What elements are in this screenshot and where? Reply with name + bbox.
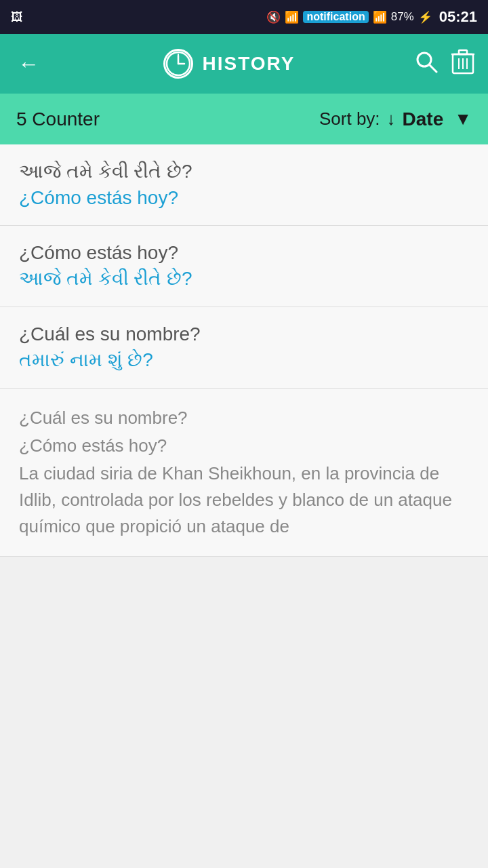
item-secondary-text: આજે તમે કેવી રીતે છે? [19, 268, 469, 290]
app-bar: ← HISTORY [0, 34, 488, 94]
item-multi-lines: ¿Cuál es su nombre? ¿Cómo estás hoy? La … [19, 405, 469, 540]
item-line-2: ¿Cómo estás hoy? [19, 433, 469, 459]
item-line-1: ¿Cuál es su nombre? [19, 405, 469, 431]
svg-point-0 [167, 52, 190, 75]
app-bar-actions [415, 49, 474, 79]
list-item[interactable]: આજે તમે કેવી રીતે છે? ¿Cómo estás hoy? [0, 144, 488, 226]
item-secondary-text: તમારું નામ શું છે? [19, 349, 469, 372]
sort-by-text: Sort by: [319, 108, 380, 130]
wifi-icon: 📶 [285, 10, 299, 24]
app-bar-title: HISTORY [203, 53, 296, 75]
clock-svg [165, 51, 191, 77]
svg-line-4 [430, 65, 436, 72]
photo-icon: 🖼 [11, 10, 23, 24]
svg-rect-7 [459, 50, 467, 54]
status-time: 05:21 [439, 8, 477, 26]
title-group: HISTORY [54, 49, 404, 79]
search-button[interactable] [415, 50, 438, 78]
history-list: આજે તમે કેવી રીતે છે? ¿Cómo estás hoy? ¿… [0, 144, 488, 557]
notification-badge: notification [303, 11, 368, 23]
item-line-3: La ciudad siria de Khan Sheikhoun, en la… [19, 460, 469, 540]
battery-label: 87% [391, 10, 414, 24]
filter-bar: 5 Counter Sort by: ↓ Date ▼ [0, 94, 488, 144]
sort-control[interactable]: Sort by: ↓ Date ▼ [319, 108, 472, 130]
back-button[interactable]: ← [14, 52, 43, 77]
search-icon [415, 50, 438, 73]
counter-label: 5 Counter [16, 108, 319, 130]
list-item[interactable]: ¿Cuál es su nombre? તમારું નામ શું છે? [0, 307, 488, 389]
trash-icon [451, 49, 474, 75]
delete-button[interactable] [451, 49, 474, 79]
status-bar-left: 🖼 [11, 10, 261, 24]
status-bar: 🖼 🔇 📶 notification 📶 87% ⚡ 05:21 [0, 0, 488, 34]
list-item[interactable]: ¿Cuál es su nombre? ¿Cómo estás hoy? La … [0, 389, 488, 557]
signal-icon: 📶 [373, 10, 387, 24]
battery-icon: ⚡ [418, 10, 432, 24]
list-item[interactable]: ¿Cómo estás hoy? આજે તમે કેવી રીતે છે? [0, 226, 488, 307]
status-right: 🔇 📶 notification 📶 87% ⚡ 05:21 [266, 8, 477, 26]
item-primary-text: આજે તમે કેવી રીતે છે? [19, 161, 469, 183]
item-primary-text: ¿Cuál es su nombre? [19, 323, 469, 345]
vibrate-icon: 🔇 [266, 10, 281, 24]
item-secondary-text: ¿Cómo estás hoy? [19, 187, 469, 209]
sort-field-label: Date [403, 108, 444, 130]
clock-icon [163, 49, 193, 79]
sort-direction-icon: ↓ [387, 108, 396, 130]
dropdown-arrow-icon[interactable]: ▼ [454, 108, 472, 130]
item-primary-text: ¿Cómo estás hoy? [19, 242, 469, 264]
